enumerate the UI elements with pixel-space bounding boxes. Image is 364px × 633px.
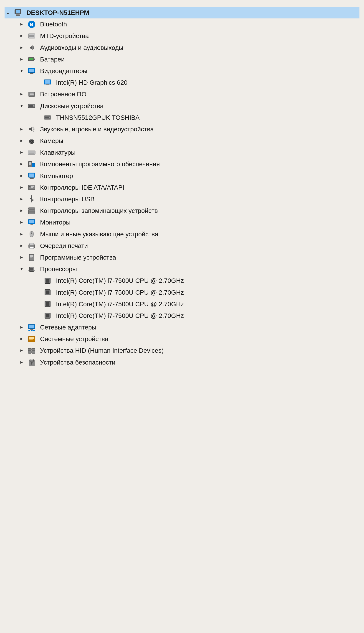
svg-text:B: B [30, 22, 33, 27]
expand-btn-1[interactable]: ► [18, 33, 25, 39]
tree-item-23[interactable]: Intel(R) Core(TM) i7-7500U CPU @ 2.70GHz [4, 287, 360, 298]
tree-item-3[interactable]: ►Батареи [4, 54, 360, 65]
label-15: Контроллеры USB [40, 195, 95, 204]
svg-rect-33 [29, 152, 30, 152]
expand-btn-11[interactable]: ► [18, 150, 25, 155]
svg-rect-40 [29, 163, 32, 164]
tree-item-20[interactable]: ►Программные устройства [4, 252, 360, 263]
expand-btn-21[interactable]: ▼ [18, 266, 25, 272]
tree-item-19[interactable]: ►Очереди печати [4, 240, 360, 252]
svg-point-64 [31, 233, 32, 234]
expand-btn-28[interactable]: ► [18, 348, 25, 353]
icon-ide [26, 183, 37, 191]
label-0: Bluetooth [40, 20, 67, 29]
tree-item-8[interactable]: THNSN5512GPUK TOSHIBA [4, 112, 360, 123]
expand-btn-26[interactable]: ► [18, 325, 25, 330]
tree-item-21[interactable]: ▼Процессоры [4, 263, 360, 275]
icon-mouse [26, 230, 37, 238]
label-19: Очереди печати [40, 241, 88, 250]
svg-rect-57 [28, 212, 35, 214]
label-25: Intel(R) Core(TM) i7-7500U CPU @ 2.70GHz [56, 311, 184, 320]
tree-item-17[interactable]: ►Мониторы [4, 216, 360, 228]
expand-btn-7[interactable]: ▼ [18, 103, 25, 109]
tree-item-4[interactable]: ▼Видеоадаптеры [4, 65, 360, 77]
icon-firmware [26, 90, 37, 98]
icon-cpu_child [42, 277, 53, 285]
svg-rect-18 [46, 85, 49, 85]
tree-item-10[interactable]: ►Камеры [4, 135, 360, 147]
tree-item-18[interactable]: ►Мыши и иные указывающие устройства [4, 228, 360, 240]
svg-rect-97 [29, 338, 34, 339]
label-20: Программные устройства [40, 253, 116, 262]
tree-item-7[interactable]: ▼Дисковые устройства [4, 100, 360, 112]
tree-item-6[interactable]: ►Встроенное ПО [4, 88, 360, 100]
expand-btn-19[interactable]: ► [18, 243, 25, 249]
expand-btn-27[interactable]: ► [18, 336, 25, 342]
svg-rect-46 [30, 178, 34, 179]
svg-rect-42 [32, 163, 35, 167]
svg-point-27 [49, 117, 50, 118]
expand-btn-10[interactable]: ► [18, 138, 25, 144]
tree-item-26[interactable]: ►Сетевые адаптеры [4, 322, 360, 333]
root-expand-btn[interactable]: ⌄ [4, 10, 12, 16]
tree-item-28[interactable]: ►Устройства HID (Human Interface Devices… [4, 345, 360, 356]
expand-btn-6[interactable]: ► [18, 91, 25, 97]
icon-cpu_child [42, 300, 53, 308]
expand-btn-9[interactable]: ► [18, 126, 25, 132]
tree-item-29[interactable]: ►Устройства безопасности [4, 357, 360, 368]
svg-rect-93 [31, 330, 32, 331]
svg-rect-85 [46, 302, 49, 306]
expand-btn-15[interactable]: ► [18, 196, 25, 202]
tree-item-2[interactable]: ►Аудиовходы и аудиовыходы [4, 42, 360, 54]
expand-btn-12[interactable]: ► [18, 161, 25, 167]
expand-btn-4[interactable]: ▼ [18, 68, 25, 74]
expand-btn-29[interactable]: ► [18, 360, 25, 365]
tree-item-14[interactable]: ►Контроллеры IDE ATA/ATAPI [4, 182, 360, 193]
computer-icon [12, 9, 24, 17]
expand-btn-3[interactable]: ► [18, 57, 25, 62]
tree-item-16[interactable]: ►Контроллеры запоминающих устройств [4, 205, 360, 216]
label-22: Intel(R) Core(TM) i7-7500U CPU @ 2.70GHz [56, 276, 184, 285]
svg-rect-100 [32, 348, 35, 351]
label-21: Процессоры [40, 265, 77, 273]
tree-item-13[interactable]: ►Компьютер [4, 170, 360, 182]
icon-program [26, 253, 37, 262]
tree-item-27[interactable]: ►Системные устройства [4, 333, 360, 345]
tree-item-5[interactable]: Intel(R) HD Graphics 620 [4, 77, 360, 88]
svg-rect-69 [30, 255, 33, 256]
tree-item-11[interactable]: ►Клавиатуры [4, 147, 360, 158]
expand-btn-14[interactable]: ► [18, 185, 25, 190]
label-14: Контроллеры IDE ATA/ATAPI [40, 183, 124, 192]
svg-rect-94 [33, 330, 35, 331]
expand-btn-2[interactable]: ► [18, 45, 25, 51]
icon-pc [26, 172, 37, 180]
root-item[interactable]: ⌄ DESKTOP-N51EHPM [4, 7, 360, 19]
tree-item-9[interactable]: ►Звуковые, игровые и видеоустройства [4, 123, 360, 135]
expand-btn-18[interactable]: ► [18, 231, 25, 237]
icon-cpu_child [42, 311, 53, 320]
svg-rect-21 [30, 94, 34, 95]
expand-btn-13[interactable]: ► [18, 173, 25, 179]
tree-item-25[interactable]: Intel(R) Core(TM) i7-7500U CPU @ 2.70GHz [4, 310, 360, 322]
expand-btn-17[interactable]: ► [18, 219, 25, 225]
svg-rect-9 [34, 59, 35, 60]
label-26: Сетевые адаптеры [40, 323, 96, 332]
svg-rect-20 [30, 93, 34, 94]
label-2: Аудиовходы и аудиовыходы [40, 43, 123, 52]
label-12: Компоненты программного обеспечения [40, 160, 160, 168]
tree-item-1[interactable]: ►MTD-устройства [4, 30, 360, 42]
tree-item-22[interactable]: Intel(R) Core(TM) i7-7500U CPU @ 2.70GHz [4, 275, 360, 286]
expand-btn-16[interactable]: ► [18, 208, 25, 214]
tree-item-0[interactable]: ►BBluetooth [4, 19, 360, 30]
expand-btn-20[interactable]: ► [18, 254, 25, 260]
svg-rect-70 [30, 256, 33, 257]
tree-item-12[interactable]: ►Компоненты программного обеспечения [4, 158, 360, 170]
tree-item-15[interactable]: ►Контроллеры USB [4, 193, 360, 205]
expand-btn-0[interactable]: ► [18, 22, 25, 27]
svg-rect-2 [16, 14, 20, 15]
tree-item-24[interactable]: Intel(R) Core(TM) i7-7500U CPU @ 2.70GHz [4, 298, 360, 310]
icon-disk_child [42, 113, 53, 122]
label-28: Устройства HID (Human Interface Devices) [40, 346, 164, 355]
label-27: Системные устройства [40, 335, 108, 343]
svg-rect-81 [46, 279, 49, 282]
